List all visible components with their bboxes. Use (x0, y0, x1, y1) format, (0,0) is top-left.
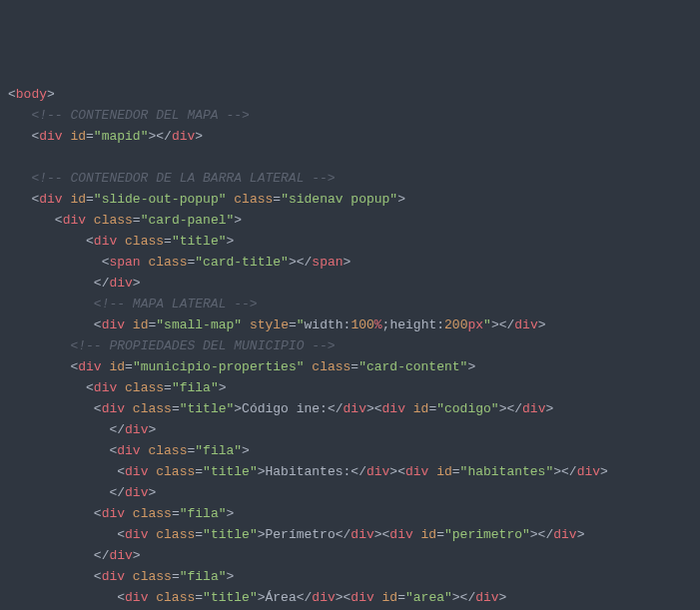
code-line: </div> (0, 545, 692, 566)
code-line: <body> (0, 84, 692, 105)
code-line: <div id="small-map" style="width:100%;he… (0, 314, 692, 335)
code-line: <!-- MAPA LATERAL --> (0, 294, 692, 314)
code-line: </div> (0, 482, 692, 503)
code-line: <div class="title">Área</div><div id="ar… (0, 587, 692, 608)
code-line: <div class="title">Habitantes:</div><div… (0, 461, 692, 482)
code-line: <div class="fila"> (0, 377, 692, 398)
code-line: </div> (0, 419, 692, 440)
code-line (0, 147, 692, 168)
code-line: </div> (0, 273, 692, 294)
code-line: <div id="slide-out-popup" class="sidenav… (0, 189, 692, 210)
code-line: <div class="fila"> (0, 440, 692, 461)
code-editor[interactable]: <body> <!-- CONTENEDOR DEL MAPA --> <div… (0, 84, 700, 610)
code-line: <div class="fila"> (0, 566, 692, 587)
code-line: <div class="title">Código ine:</div><div… (0, 398, 692, 419)
code-line: <div class="card-panel"> (0, 210, 692, 231)
code-line: <div class="title"> (0, 231, 692, 252)
code-line: <!-- CONTENEDOR DE LA BARRA LATERAL --> (0, 168, 692, 189)
code-line: <div class="title">Perímetro</div><div i… (0, 524, 692, 545)
code-line: <div class="fila"> (0, 503, 692, 524)
code-line: <!-- CONTENEDOR DEL MAPA --> (0, 105, 692, 126)
code-line: <div id="mapid"></div> (0, 126, 692, 147)
code-line: <!-- PROPIEDADES DEL MUNICIPIO --> (0, 335, 692, 356)
code-line: <span class="card-title"></span> (0, 252, 692, 273)
code-line: <div id="municipio-properties" class="ca… (0, 356, 692, 377)
